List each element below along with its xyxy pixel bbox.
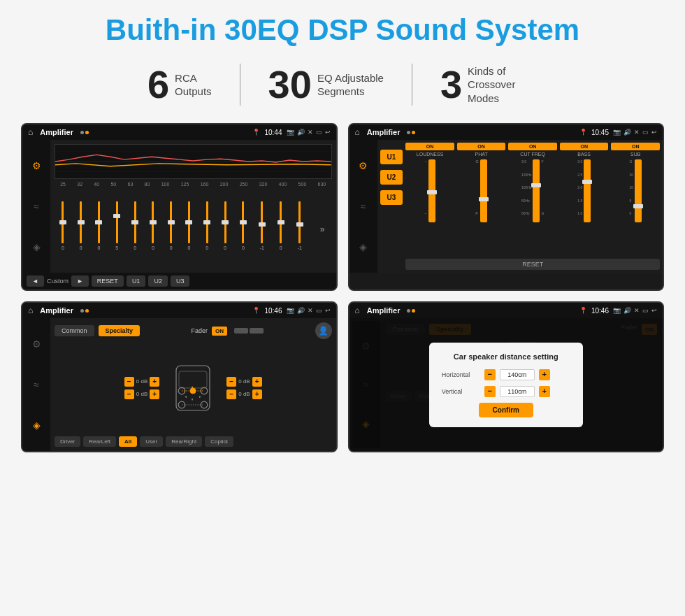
specialty-tab-3[interactable]: Specialty — [99, 325, 140, 336]
u3-button[interactable]: U3 — [171, 275, 190, 287]
eq-slider-2[interactable]: 0 — [98, 201, 101, 257]
u2-crossover-button[interactable]: U2 — [380, 170, 403, 185]
eq-slider-11[interactable]: -1 — [260, 201, 264, 257]
plus-tl[interactable]: + — [150, 377, 159, 387]
eq-graph — [55, 144, 332, 179]
eq-slider-9[interactable]: 0 — [224, 201, 226, 257]
vertical-minus-button[interactable]: − — [484, 386, 496, 397]
eq-slider-10[interactable]: 0 — [242, 201, 245, 257]
eq-slider-5[interactable]: 0 — [152, 201, 154, 257]
wave-icon-3[interactable]: ≈ — [34, 379, 39, 390]
reset-button-1[interactable]: RESET — [92, 275, 124, 287]
confirm-button[interactable]: Confirm — [479, 403, 533, 417]
back-icon-2[interactable]: ↩ — [651, 129, 657, 136]
minus-tr[interactable]: − — [226, 377, 236, 387]
expand-icon[interactable]: » — [320, 224, 325, 234]
eq-slider-1[interactable]: 0 — [80, 201, 82, 257]
eq-freq-labels: 25 32 40 50 63 80 100 125 160 200 250 32… — [55, 182, 332, 187]
user-button[interactable]: User — [140, 436, 163, 447]
ch-nums-cutfreq: 3.0120Hz100Hz80Hz60Hz — [521, 159, 531, 215]
ch-slider-phat[interactable] — [480, 159, 487, 222]
ch-slider-loudness[interactable] — [428, 159, 435, 222]
dot6 — [85, 309, 89, 313]
back-icon-4[interactable]: ↩ — [651, 307, 657, 314]
eq-slider-4[interactable]: 0 — [134, 201, 136, 257]
camera-icon-2: 📷 — [613, 129, 621, 136]
common-tab-3[interactable]: Common — [55, 325, 94, 336]
eq-sliders: 0 0 0 5 0 0 0 0 0 0 0 -1 0 -1 » — [55, 189, 332, 268]
home-icon-4[interactable]: ⌂ — [355, 306, 360, 315]
location-icon-2: 📍 — [579, 129, 587, 136]
fader-on-button[interactable]: ON — [212, 327, 227, 336]
wave-icon-2[interactable]: ≈ — [361, 201, 366, 212]
stat-text-eq: EQ AdjustableSegments — [317, 71, 384, 99]
volume-icon: 🔊 — [297, 129, 305, 136]
u3-crossover-button[interactable]: U3 — [380, 190, 403, 205]
eq-icon[interactable]: ⚙ — [32, 160, 41, 171]
horizontal-minus-button[interactable]: − — [484, 369, 496, 380]
db-control-bl: − 0 dB + — [124, 389, 159, 399]
camera-icon-3: 📷 — [287, 307, 294, 314]
all-button[interactable]: All — [119, 436, 137, 447]
u1-button[interactable]: U1 — [127, 275, 146, 287]
eq-slider-0[interactable]: 0 — [62, 201, 64, 257]
eq-curve-svg — [55, 145, 331, 178]
ch-nums-loudness: ~~ — [424, 159, 427, 215]
dialog-row-vertical: Vertical − 110cm + — [442, 386, 570, 397]
copilot-button[interactable]: Copilot — [205, 436, 233, 447]
plus-tr[interactable]: + — [252, 377, 262, 387]
eq-icon-2[interactable]: ⚙ — [359, 160, 368, 171]
channel-label-cutfreq: CUT FREQ — [520, 152, 545, 157]
eq-slider-3[interactable]: 5 — [115, 201, 118, 257]
u2-button[interactable]: U2 — [148, 275, 168, 287]
channel-on-bass[interactable]: ON — [560, 143, 609, 150]
eq-slider-8[interactable]: 0 — [206, 201, 208, 257]
speaker-icon-3[interactable]: ◈ — [33, 420, 41, 431]
home-icon[interactable]: ⌂ — [28, 127, 33, 137]
driver-button[interactable]: Driver — [55, 436, 80, 447]
next-preset-button[interactable]: ► — [71, 275, 89, 287]
speaker-controls-right: − 0 dB + − 0 dB + — [226, 377, 261, 399]
vertical-plus-button[interactable]: + — [539, 386, 550, 397]
eq-slider-13[interactable]: -1 — [298, 201, 302, 257]
close-icon-3: ✕ — [308, 307, 313, 314]
back-icon-3[interactable]: ↩ — [325, 307, 331, 314]
location-icon-4: 📍 — [579, 307, 587, 314]
eq-slider-7[interactable]: 0 — [188, 201, 191, 257]
plus-br[interactable]: + — [252, 389, 262, 399]
status-icons-1: 📷 🔊 ✕ ▭ ↩ — [287, 129, 331, 136]
minus-bl[interactable]: − — [124, 389, 134, 399]
ch-slider-sub[interactable] — [635, 159, 642, 222]
time-1: 10:44 — [264, 129, 282, 136]
u1-crossover-button[interactable]: U1 — [380, 150, 403, 164]
freq-40: 40 — [94, 182, 99, 187]
prev-preset-button[interactable]: ◄ — [27, 275, 44, 287]
eq-slider-6[interactable]: 0 — [170, 201, 173, 257]
horizontal-plus-button[interactable]: + — [539, 369, 550, 380]
home-icon-2[interactable]: ⌂ — [355, 127, 360, 137]
minus-br[interactable]: − — [226, 389, 236, 399]
rearright-button[interactable]: RearRight — [166, 436, 202, 447]
user-icon[interactable]: 👤 — [315, 322, 332, 339]
wave-icon[interactable]: ≈ — [34, 201, 39, 212]
home-icon-3[interactable]: ⌂ — [28, 306, 33, 315]
channel-on-cutfreq[interactable]: ON — [508, 143, 557, 150]
minus-tl[interactable]: − — [124, 377, 134, 387]
channel-on-sub[interactable]: ON — [611, 143, 660, 150]
rearleft-button[interactable]: RearLeft — [83, 436, 116, 447]
speaker-icon[interactable]: ◈ — [33, 241, 41, 252]
status-icons-3: 📷 🔊 ✕ ▭ ↩ — [287, 307, 331, 314]
back-icon[interactable]: ↩ — [325, 129, 331, 136]
speaker-icon-2[interactable]: ◈ — [359, 241, 367, 252]
freq-250: 250 — [240, 182, 248, 187]
channel-on-phat[interactable]: ON — [457, 143, 506, 150]
ch-slider-bass[interactable] — [584, 159, 591, 222]
eq-slider-12[interactable]: 0 — [280, 201, 282, 257]
eq-icon-3[interactable]: ⚙ — [32, 338, 41, 350]
reset-button-2[interactable]: RESET — [405, 259, 660, 270]
time-3: 10:46 — [264, 307, 282, 315]
crossover-main: U1 U2 U3 ON LOUDNESS ~~ — [377, 140, 663, 273]
ch-slider-cutfreq[interactable] — [533, 159, 540, 222]
plus-bl[interactable]: + — [150, 389, 159, 399]
channel-on-loudness[interactable]: ON — [405, 143, 454, 150]
